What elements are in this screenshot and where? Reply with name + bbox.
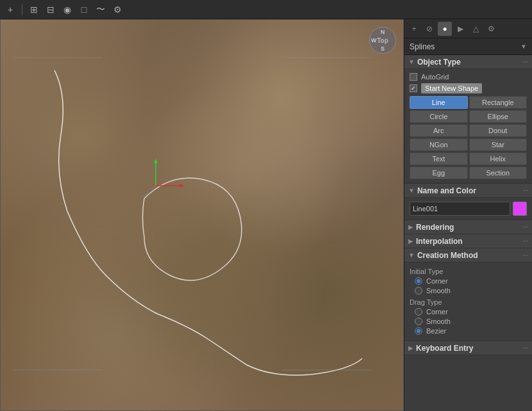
- ngon-button[interactable]: NGon: [410, 138, 468, 151]
- name-color-arrow: ▼: [408, 187, 415, 194]
- drag-smooth-label: Smooth: [426, 318, 451, 325]
- keyboard-entry-dots: ···: [523, 344, 528, 351]
- section-button[interactable]: Section: [469, 166, 528, 179]
- arc-button[interactable]: Arc: [410, 124, 468, 137]
- modify-icon[interactable]: ⊘: [422, 22, 436, 36]
- interpolation-title: Interpolation: [416, 237, 463, 246]
- splines-dropdown[interactable]: Splines ▼: [404, 38, 532, 55]
- initial-corner-radio[interactable]: [415, 277, 422, 285]
- utilities-icon[interactable]: ⚙: [484, 22, 498, 36]
- donut-button[interactable]: Donut: [469, 124, 528, 137]
- drag-smooth-radio[interactable]: [415, 318, 422, 325]
- name-color-content: [404, 198, 532, 220]
- name-color-row: [410, 202, 527, 216]
- start-new-shape-checkbox[interactable]: [410, 85, 417, 92]
- creation-method-content: Initial Type Corner Smooth Drag Type Cor…: [404, 262, 532, 341]
- keyboard-entry-title: Keyboard Entry: [416, 344, 473, 353]
- top-toolbar: + ⊞ ⊟ ◉ □ 〜 ⚙: [0, 0, 532, 19]
- drag-smooth-radio-row: Smooth: [415, 318, 527, 325]
- rendering-header-left: ▶ Rendering: [408, 223, 454, 232]
- drag-type-group: Corner Smooth Bezier: [415, 308, 527, 335]
- rectangle-button[interactable]: Rectangle: [469, 96, 528, 109]
- display-panel-icon[interactable]: △: [469, 22, 483, 36]
- circle-button[interactable]: Circle: [410, 110, 468, 123]
- interpolation-dots: ···: [523, 238, 528, 245]
- rendering-arrow: ▶: [408, 223, 413, 230]
- interpolation-header-left: ▶ Interpolation: [408, 237, 463, 246]
- rendering-dots: ···: [523, 223, 528, 230]
- spline-svg: [0, 19, 404, 411]
- name-color-title: Name and Color: [417, 186, 476, 195]
- compass: N Top S W: [369, 27, 396, 54]
- ellipse-button[interactable]: Ellipse: [469, 110, 528, 123]
- drag-bezier-label: Bezier: [426, 327, 446, 335]
- dropdown-label: Splines: [410, 42, 435, 51]
- creation-method-title: Creation Method: [417, 251, 478, 260]
- interpolation-header[interactable]: ▶ Interpolation ···: [404, 234, 532, 248]
- drag-corner-label: Corner: [426, 308, 448, 316]
- creation-method-dots: ···: [523, 252, 528, 259]
- creation-method-header[interactable]: ▼ Creation Method ···: [404, 248, 532, 262]
- egg-button[interactable]: Egg: [410, 166, 468, 179]
- autogrid-checkbox[interactable]: [410, 73, 417, 81]
- start-new-shape-row: Start New Shape: [410, 83, 527, 93]
- drag-bezier-radio[interactable]: [415, 327, 422, 335]
- autogrid-label: AutoGrid: [421, 73, 449, 81]
- wave-icon[interactable]: 〜: [94, 3, 107, 16]
- separator-1: [22, 4, 22, 15]
- keyboard-entry-arrow: ▶: [408, 344, 413, 351]
- drag-bezier-radio-row: Bezier: [415, 327, 527, 335]
- add-icon[interactable]: +: [4, 3, 17, 16]
- name-color-dots: ···: [523, 187, 528, 194]
- initial-smooth-radio[interactable]: [415, 287, 422, 294]
- object-type-title: Object Type: [417, 58, 461, 67]
- line-button[interactable]: Line: [410, 96, 468, 109]
- svg-line-8: [143, 186, 156, 197]
- terrain-background: N Top S W: [0, 19, 404, 411]
- drag-corner-radio[interactable]: [415, 308, 422, 316]
- display-icon[interactable]: ⊟: [44, 3, 57, 16]
- text-button[interactable]: Text: [410, 152, 468, 165]
- name-input[interactable]: [410, 202, 510, 216]
- type-button-grid: Line Rectangle Circle Ellipse Arc Donut …: [410, 96, 527, 179]
- hierarchy-icon[interactable]: ●: [438, 22, 452, 36]
- viewport[interactable]: N Top S W: [0, 19, 404, 411]
- grid-icon[interactable]: ⊞: [28, 3, 40, 16]
- keyboard-entry-header-left: ▶ Keyboard Entry: [408, 344, 473, 353]
- start-new-shape-button[interactable]: Start New Shape: [421, 83, 482, 93]
- motion-icon[interactable]: ▶: [453, 22, 467, 36]
- svg-marker-5: [179, 184, 184, 188]
- rendering-title: Rendering: [416, 223, 454, 232]
- circle-icon[interactable]: ◉: [61, 3, 74, 16]
- creation-method-arrow: ▼: [408, 252, 415, 259]
- name-color-header[interactable]: ▼ Name and Color ···: [404, 184, 532, 198]
- viewport-border: [0, 19, 404, 411]
- interpolation-arrow: ▶: [408, 238, 413, 245]
- settings-icon[interactable]: ⚙: [111, 3, 124, 16]
- dropdown-arrow: ▼: [520, 43, 527, 50]
- rendering-header[interactable]: ▶ Rendering ···: [404, 220, 532, 234]
- initial-type-group: Corner Smooth: [415, 277, 527, 294]
- helix-button[interactable]: Helix: [469, 152, 528, 165]
- initial-smooth-label: Smooth: [426, 287, 451, 294]
- object-type-content: AutoGrid Start New Shape Line Rectangle …: [404, 69, 532, 184]
- right-panel: + ⊘ ● ▶ △ ⚙ Splines ▼ ▼ Object Type ··· …: [404, 19, 532, 411]
- color-swatch[interactable]: [513, 202, 527, 216]
- object-type-arrow: ▼: [408, 58, 415, 65]
- initial-type-label: Initial Type: [410, 268, 527, 275]
- object-type-header[interactable]: ▼ Object Type ···: [404, 55, 532, 69]
- main-content: N Top S W: [0, 19, 532, 411]
- object-type-dots: ···: [523, 58, 528, 65]
- drag-corner-radio-row: Corner: [415, 308, 527, 316]
- create-icon[interactable]: +: [407, 22, 421, 36]
- square-icon[interactable]: □: [78, 3, 90, 16]
- corner-ticks: [0, 19, 404, 411]
- corner-radio-row: Corner: [415, 277, 527, 285]
- keyboard-entry-header[interactable]: ▶ Keyboard Entry ···: [404, 341, 532, 355]
- initial-corner-label: Corner: [426, 277, 448, 285]
- panel-icon-row: + ⊘ ● ▶ △ ⚙: [404, 19, 532, 38]
- name-color-header-left: ▼ Name and Color: [408, 186, 476, 195]
- creation-method-header-left: ▼ Creation Method: [408, 251, 478, 260]
- star-button[interactable]: Star: [469, 138, 528, 151]
- smooth-radio-row: Smooth: [415, 287, 527, 294]
